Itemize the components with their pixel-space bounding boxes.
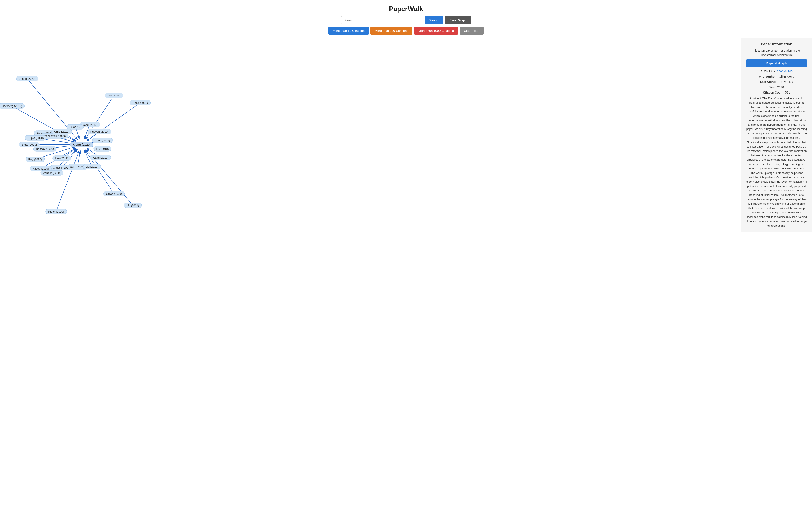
- last-author-value: Tie-Yan Liu: [778, 80, 793, 84]
- graph-node[interactable]: Nguyen (2019): [88, 129, 111, 134]
- title-label: Title:: [753, 49, 760, 52]
- graph-node[interactable]: Roy (2020): [26, 157, 45, 162]
- graph-node[interactable]: Zhang (2022): [16, 76, 38, 82]
- year-value: 2020: [777, 86, 784, 89]
- graph-node[interactable]: Dai (2019): [105, 93, 123, 98]
- citation-count-value: 581: [785, 91, 790, 94]
- graph-node[interactable]: Liu (2021): [124, 203, 142, 208]
- last-author-label: Last Author:: [760, 80, 778, 84]
- graph-node[interactable]: Liang (2021): [130, 100, 150, 105]
- filter-1000-button[interactable]: More than 1000 Citations: [414, 27, 458, 34]
- expand-graph-button[interactable]: Expand Graph: [746, 59, 807, 67]
- arxiv-label: ArXiv Link:: [760, 70, 776, 73]
- filter-10-button[interactable]: More than 10 Citations: [329, 27, 369, 34]
- graph-node[interactable]: Child (2019): [52, 129, 72, 134]
- graph-area[interactable]: Xiong (2020)Zhang (2022)Jaderberg (2015)…: [0, 38, 741, 226]
- last-author-field: Last Author: Tie-Yan Liu: [746, 80, 807, 84]
- graph-node[interactable]: Beltagy (2020): [33, 146, 57, 152]
- graph-node[interactable]: Lu (2019): [67, 124, 84, 130]
- abstract-label: Abstract:: [750, 97, 762, 100]
- controls: Search Clear Graph More than 10 Citation…: [0, 16, 812, 34]
- graph-node[interactable]: Yang (2019): [92, 138, 113, 143]
- search-row: Search Clear Graph: [341, 16, 471, 24]
- search-button[interactable]: Search: [425, 16, 444, 24]
- paper-title-field: Title: On Layer Normalization in the Tra…: [746, 48, 807, 57]
- arxiv-link[interactable]: 2002.04745: [777, 70, 792, 73]
- graph-node[interactable]: Gulati (2020): [103, 191, 125, 197]
- first-author-label: First Author:: [759, 75, 777, 78]
- first-author-field: First Author: Ruibin Xiong: [746, 74, 807, 79]
- graph-node[interactable]: Jaderberg (2015): [0, 103, 25, 109]
- info-panel-title: Paper Information: [746, 42, 807, 46]
- graph-node[interactable]: Xiong (2020): [70, 142, 93, 147]
- paper-title-value: On Layer Normalization in the Transforme…: [760, 49, 800, 57]
- first-author-value: Ruibin Xiong: [778, 75, 794, 78]
- citation-label: Citation Count:: [763, 91, 784, 94]
- main-area: Xiong (2020)Zhang (2022)Jaderberg (2015)…: [0, 38, 812, 232]
- filter-100-button[interactable]: More than 100 Citations: [371, 27, 412, 34]
- graph-node[interactable]: Zaheer (2020): [40, 170, 63, 175]
- info-panel: Paper Information Title: On Layer Normal…: [741, 38, 812, 232]
- graph-node[interactable]: Wang (2019): [90, 155, 111, 160]
- abstract-field: Abstract: The Transformer is widely used…: [746, 96, 807, 228]
- citation-field: Citation Count: 581: [746, 90, 807, 95]
- graph-node[interactable]: Raffel (2019): [45, 209, 67, 214]
- arxiv-field: ArXiv Link: 2002.04745: [746, 69, 807, 74]
- graph-node[interactable]: Liu (2019): [83, 164, 101, 169]
- year-label: Year:: [769, 86, 777, 89]
- page-title: PaperWalk: [0, 0, 812, 16]
- graph-node[interactable]: Lee (2019): [52, 156, 71, 161]
- clear-filter-button[interactable]: Clear Filter: [460, 27, 483, 34]
- graph-node[interactable]: Liu (2019): [93, 146, 111, 152]
- clear-graph-button[interactable]: Clear Graph: [445, 16, 471, 24]
- filter-row: More than 10 Citations More than 100 Cit…: [329, 27, 483, 34]
- graph-node[interactable]: Gupta (2020): [25, 135, 46, 141]
- search-input[interactable]: [341, 16, 423, 24]
- year-field: Year: 2020: [746, 85, 807, 89]
- abstract-value: The Transformer is widely used in natura…: [746, 97, 807, 227]
